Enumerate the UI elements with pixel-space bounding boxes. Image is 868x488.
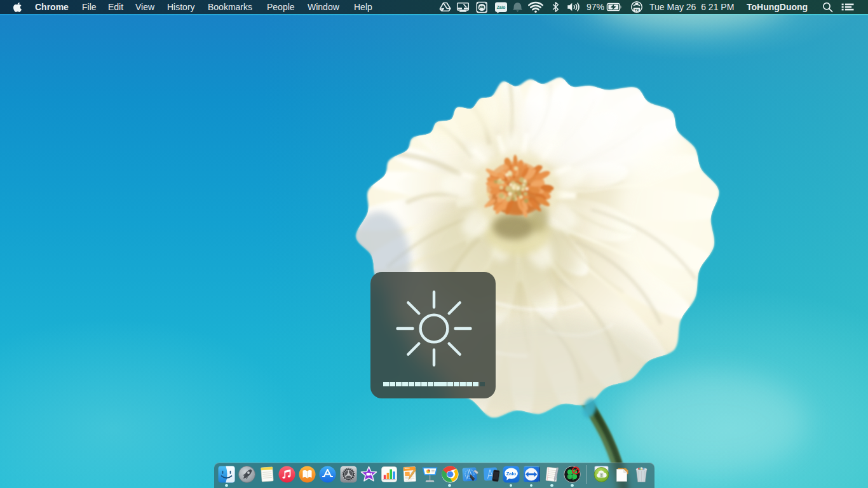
svg-text:Zalo: Zalo xyxy=(506,471,516,477)
svg-text:97%: 97% xyxy=(587,2,604,12)
svg-text:TX: TX xyxy=(634,8,639,12)
svg-text:Zalo: Zalo xyxy=(497,5,506,10)
